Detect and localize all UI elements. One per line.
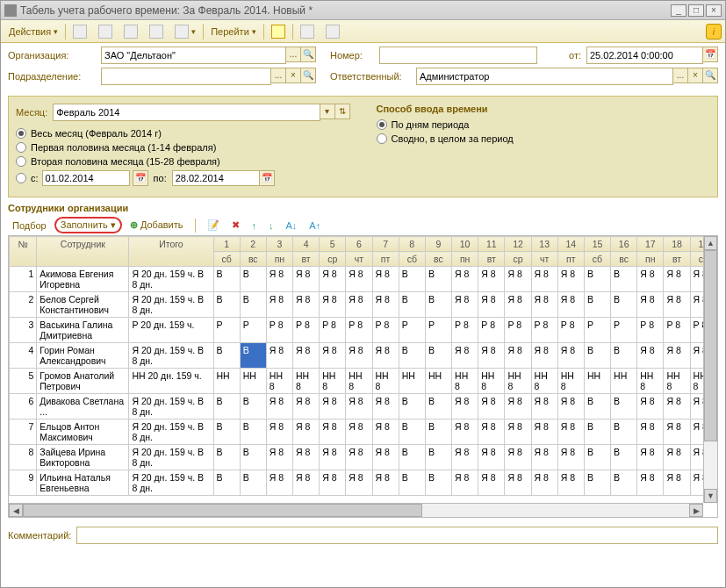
tool-icon-up[interactable]: ↑ — [248, 219, 262, 233]
day-cell[interactable]: Я 8 — [637, 267, 664, 292]
day-cell[interactable]: Я 8 — [664, 445, 690, 470]
day-cell[interactable]: Я 8 — [637, 394, 664, 419]
day-header-4[interactable]: 4 — [293, 237, 320, 252]
range-to-input[interactable]: 28.02.2014 — [172, 170, 260, 186]
day-cell[interactable]: Р 8 — [266, 318, 292, 343]
total-cell[interactable]: Я 20 дн. 159 ч. В 8 дн. — [129, 445, 213, 470]
day-cell[interactable]: Я 8 — [452, 419, 478, 445]
day-cell[interactable]: НН 8 — [557, 369, 584, 394]
day-cell[interactable]: НН 8 — [346, 369, 372, 394]
day-cell[interactable]: Я 8 — [557, 419, 584, 445]
day-header-1[interactable]: 1 — [213, 237, 240, 252]
scroll-up-button[interactable]: ▲ — [704, 236, 717, 250]
day-cell[interactable]: Р 8 — [557, 318, 584, 343]
day-cell[interactable]: НН 8 — [637, 369, 664, 394]
day-cell[interactable]: Я 8 — [266, 343, 292, 369]
day-cell[interactable]: Р 8 — [664, 318, 690, 343]
total-cell[interactable]: Я 20 дн. 159 ч. В 8 дн. — [129, 292, 213, 318]
day-cell[interactable]: Я 8 — [637, 292, 664, 318]
toolbar-icon-4[interactable] — [145, 23, 168, 40]
day-cell[interactable]: Я 8 — [293, 445, 320, 470]
day-cell[interactable]: НН 8 — [478, 369, 505, 394]
date-calendar-button[interactable]: 📅 — [702, 47, 718, 62]
toolbar-icon-2[interactable] — [94, 23, 117, 40]
total-cell[interactable]: Я 20 дн. 159 ч. В 8 дн. — [129, 470, 213, 496]
day-cell[interactable]: Я 8 — [293, 470, 320, 496]
total-cell[interactable]: Я 20 дн. 159 ч. В 8 дн. — [129, 419, 213, 445]
day-header-13[interactable]: 13 — [531, 237, 557, 252]
day-cell[interactable]: Я 8 — [505, 343, 531, 369]
day-cell[interactable]: В — [425, 470, 451, 496]
day-cell[interactable]: Я 8 — [557, 343, 584, 369]
day-cell[interactable]: В — [584, 419, 610, 445]
day-cell[interactable]: В — [240, 394, 266, 419]
day-cell[interactable]: Я 8 — [557, 394, 584, 419]
day-cell[interactable]: В — [213, 470, 240, 496]
day-header-6[interactable]: 6 — [346, 237, 372, 252]
day-cell[interactable]: Я 8 — [320, 445, 346, 470]
employee-name[interactable]: Дивакова Светлана ... — [37, 394, 129, 419]
day-cell[interactable]: Я 8 — [372, 470, 399, 496]
day-cell[interactable]: НН — [425, 369, 451, 394]
day-cell[interactable]: Я 8 — [505, 394, 531, 419]
radio-first-half[interactable]: Первая половина месяца (1-14 февраля) — [16, 142, 350, 153]
day-cell[interactable]: Я 8 — [557, 267, 584, 292]
weekday-header-7[interactable]: пт — [372, 252, 399, 267]
day-cell[interactable]: Я 8 — [346, 419, 372, 445]
day-cell[interactable]: В — [399, 394, 425, 419]
total-cell[interactable]: Я 20 дн. 159 ч. В 8 дн. — [129, 394, 213, 419]
radio-custom-range[interactable]: с: 01.02.2014 📅 по: 28.02.2014 📅 — [16, 170, 350, 186]
day-cell[interactable]: Я 8 — [505, 470, 531, 496]
day-header-7[interactable]: 7 — [372, 237, 399, 252]
day-header-9[interactable]: 9 — [425, 237, 451, 252]
day-cell[interactable]: Я 8 — [664, 419, 690, 445]
day-cell[interactable]: Я 8 — [478, 292, 505, 318]
total-cell[interactable]: НН 20 дн. 159 ч. — [129, 369, 213, 394]
weekday-header-11[interactable]: вт — [478, 252, 505, 267]
day-cell[interactable]: Я 8 — [505, 419, 531, 445]
dept-clear-button[interactable]: × — [285, 68, 301, 83]
day-cell[interactable]: В — [584, 470, 610, 496]
day-cell[interactable]: Я 8 — [452, 267, 478, 292]
day-cell[interactable]: Я 8 — [452, 292, 478, 318]
day-cell[interactable]: Я 8 — [372, 343, 399, 369]
day-cell[interactable]: В — [425, 267, 451, 292]
day-cell[interactable]: НН 8 — [266, 369, 292, 394]
day-cell[interactable]: Я 8 — [478, 419, 505, 445]
day-cell[interactable]: Р 8 — [320, 318, 346, 343]
weekday-header-17[interactable]: пн — [637, 252, 664, 267]
total-cell[interactable]: Р 20 дн. 159 ч. — [129, 318, 213, 343]
day-cell[interactable]: Я 8 — [505, 292, 531, 318]
day-cell[interactable]: В — [399, 292, 425, 318]
vertical-scrollbar[interactable]: ▲ ▼ — [703, 236, 717, 503]
day-cell[interactable]: Р — [425, 318, 451, 343]
resp-select-button[interactable]: ... — [672, 68, 688, 83]
day-cell[interactable]: Я 8 — [372, 267, 399, 292]
weekday-header-4[interactable]: вт — [293, 252, 320, 267]
day-cell[interactable]: Р 8 — [346, 318, 372, 343]
day-cell[interactable]: Я 8 — [664, 343, 690, 369]
col-num-header[interactable]: № — [10, 237, 37, 267]
day-cell[interactable]: В — [240, 292, 266, 318]
day-cell[interactable]: НН — [213, 369, 240, 394]
day-header-16[interactable]: 16 — [611, 237, 637, 252]
day-cell[interactable]: Я 8 — [266, 267, 292, 292]
day-cell[interactable]: Я 8 — [452, 445, 478, 470]
dept-select-button[interactable]: ... — [270, 68, 286, 83]
day-cell[interactable]: Я 8 — [372, 292, 399, 318]
day-header-17[interactable]: 17 — [637, 237, 664, 252]
radio-summary[interactable]: Сводно, в целом за период — [377, 133, 711, 144]
day-cell[interactable]: В — [399, 445, 425, 470]
day-cell[interactable]: Я 8 — [531, 267, 557, 292]
table-row[interactable]: 4Горин Роман АлександровичЯ 20 дн. 159 ч… — [10, 343, 717, 369]
day-cell[interactable]: Я 8 — [266, 292, 292, 318]
radio-by-day[interactable]: По дням периода — [377, 119, 711, 130]
tool-icon-1[interactable]: 📝 — [203, 218, 224, 233]
weekday-header-15[interactable]: сб — [584, 252, 610, 267]
select-button[interactable]: Подбор — [8, 219, 51, 233]
day-cell[interactable]: В — [213, 394, 240, 419]
day-cell[interactable]: Я 8 — [372, 394, 399, 419]
day-cell[interactable]: Я 8 — [293, 419, 320, 445]
horizontal-scrollbar[interactable]: ◀ ▶ — [9, 503, 703, 517]
day-cell[interactable]: Я 8 — [346, 343, 372, 369]
